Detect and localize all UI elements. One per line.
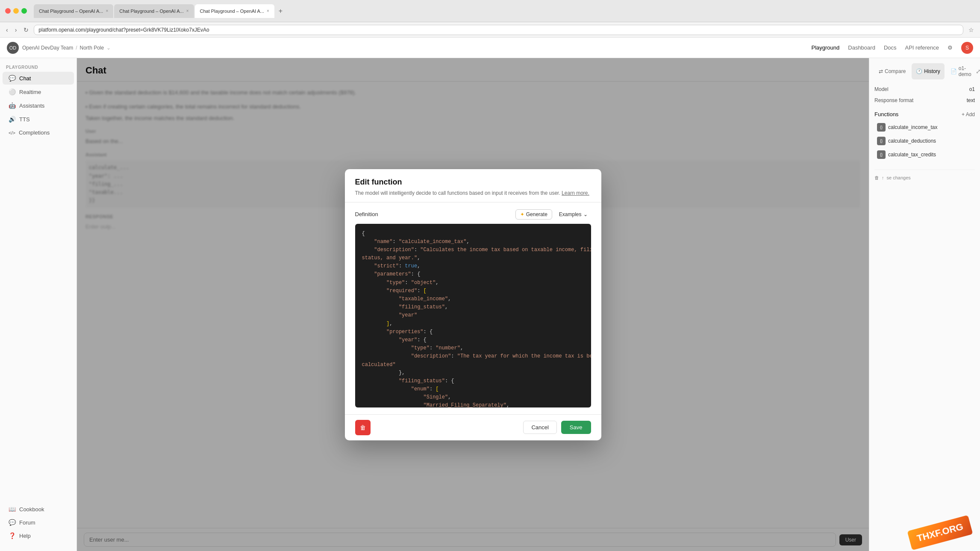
- function-item-3[interactable]: {} calculate_tax_credits: [874, 148, 975, 161]
- compare-icon: ⇄: [879, 68, 883, 74]
- breadcrumb-sep: /: [76, 45, 77, 51]
- realtime-icon: ⚪: [9, 88, 16, 95]
- sidebar-bottom: 📖 Cookbook 💬 Forum ❓ Help: [0, 499, 77, 546]
- definition-actions: ✦ Generate Examples ⌄: [515, 209, 591, 220]
- project-chevron[interactable]: ⌄: [106, 45, 111, 51]
- browser-tab-3[interactable]: Chat Playground – OpenAI A... ×: [195, 4, 274, 18]
- save-button[interactable]: Save: [561, 421, 591, 434]
- tab-o1-demo[interactable]: 📄 o1-demo: [946, 63, 976, 79]
- function-name-3: calculate_tax_credits: [888, 152, 936, 158]
- browser-tabs: Chat Playground – OpenAI A... × Chat Pla…: [34, 4, 286, 18]
- sidebar-item-chat[interactable]: 💬 Chat: [3, 72, 74, 85]
- sidebar-item-cookbook[interactable]: 📖 Cookbook: [3, 503, 74, 516]
- modal-footer-right: Cancel Save: [523, 421, 591, 434]
- reload-btn[interactable]: ↻: [22, 26, 30, 34]
- modal-header: Edit function The model will intelligent…: [345, 169, 601, 202]
- help-icon: ❓: [9, 532, 16, 539]
- function-icon-2: {}: [877, 137, 886, 145]
- learn-more-link[interactable]: Learn more.: [562, 190, 589, 196]
- sidebar-item-assistants[interactable]: 🤖 Assistants: [3, 99, 74, 112]
- definition-label: Definition: [355, 211, 378, 217]
- nav-dashboard[interactable]: Dashboard: [848, 44, 875, 51]
- sidebar: PLAYGROUND 💬 Chat ⚪ Realtime 🤖 Assistant…: [0, 58, 77, 551]
- forum-icon: 💬: [9, 519, 16, 526]
- tab-label-3: Chat Playground – OpenAI A...: [200, 9, 264, 14]
- examples-chevron-icon: ⌄: [583, 211, 588, 217]
- function-name-2: calculate_deductions: [888, 138, 936, 144]
- generate-button[interactable]: ✦ Generate: [515, 209, 552, 220]
- browser-tab-1[interactable]: Chat Playground – OpenAI A... ×: [34, 4, 113, 18]
- nav-docs[interactable]: Docs: [884, 44, 897, 51]
- sidebar-item-completions-label: Completions: [19, 129, 50, 136]
- bookmark-btn[interactable]: ☆: [967, 26, 976, 34]
- header-nav: Playground Dashboard Docs API reference …: [811, 42, 973, 54]
- close-traffic-light[interactable]: [5, 8, 11, 14]
- fullscreen-traffic-light[interactable]: [21, 8, 27, 14]
- nav-playground[interactable]: Playground: [811, 44, 839, 51]
- traffic-lights: [5, 8, 27, 14]
- code-editor[interactable]: { "name": "calculate_income_tax", "descr…: [355, 224, 591, 407]
- functions-label: Functions: [874, 111, 898, 117]
- modal-body: Definition ✦ Generate Examples ⌄: [345, 202, 601, 414]
- function-item-2[interactable]: {} calculate_deductions: [874, 135, 975, 147]
- sidebar-item-forum-label: Forum: [19, 519, 35, 526]
- trash-panel-icon[interactable]: 🗑: [874, 175, 879, 180]
- nav-api-reference[interactable]: API reference: [905, 44, 939, 51]
- sidebar-item-help-label: Help: [19, 533, 31, 539]
- panel-expand-btn[interactable]: ⤢: [976, 68, 980, 75]
- tab-compare[interactable]: ⇄ Compare: [874, 63, 910, 79]
- modal-description: The model will intelligently decide to c…: [355, 189, 591, 197]
- tab-history[interactable]: 🕐 History: [912, 63, 944, 79]
- response-format-label: Response format: [874, 97, 913, 103]
- settings-icon[interactable]: ⚙: [948, 44, 953, 51]
- modal-title: Edit function: [355, 178, 591, 187]
- model-label: Model: [874, 86, 889, 92]
- sidebar-item-help[interactable]: ❓ Help: [3, 529, 74, 542]
- tab-close-1[interactable]: ×: [106, 9, 108, 13]
- examples-button[interactable]: Examples ⌄: [556, 210, 591, 219]
- team-name: OpenAI DevDay Team: [22, 45, 73, 51]
- add-function-button[interactable]: + Add: [962, 111, 975, 117]
- tts-icon: 🔊: [9, 116, 16, 123]
- examples-label: Examples: [559, 211, 582, 217]
- cancel-button[interactable]: Cancel: [523, 421, 556, 434]
- model-row: Model o1: [874, 84, 975, 95]
- minimize-traffic-light[interactable]: [13, 8, 19, 14]
- project-name: North Pole: [80, 45, 104, 51]
- function-icon-3: {}: [877, 150, 886, 159]
- app-header: OD OpenAI DevDay Team / North Pole ⌄ Pla…: [0, 38, 980, 58]
- sidebar-item-completions[interactable]: </> Completions: [3, 126, 74, 139]
- generate-label: Generate: [526, 211, 547, 217]
- sidebar-item-chat-label: Chat: [19, 75, 31, 82]
- app-logo: OD OpenAI DevDay Team / North Pole ⌄: [7, 42, 111, 54]
- functions-header: Functions + Add: [874, 111, 975, 117]
- tab-close-2[interactable]: ×: [186, 9, 189, 13]
- response-format-row: Response format text: [874, 95, 975, 106]
- new-tab-btn[interactable]: +: [275, 6, 286, 17]
- share-panel-icon[interactable]: ↑: [882, 175, 884, 180]
- star-icon: ✦: [520, 211, 524, 217]
- forward-btn[interactable]: ›: [13, 26, 19, 34]
- tab-o1-demo-label: o1-demo: [959, 65, 971, 77]
- browser-tab-2[interactable]: Chat Playground – OpenAI A... ×: [114, 4, 194, 18]
- user-avatar[interactable]: S: [961, 42, 973, 54]
- back-btn[interactable]: ‹: [4, 26, 10, 34]
- tab-close-3[interactable]: ×: [267, 9, 269, 13]
- definition-header: Definition ✦ Generate Examples ⌄: [355, 209, 591, 220]
- delete-button[interactable]: 🗑: [355, 420, 371, 435]
- response-format-value: text: [967, 97, 975, 103]
- completions-icon: </>: [9, 130, 15, 135]
- address-bar-row: ‹ › ↻ platform.openai.com/playground/cha…: [0, 22, 980, 38]
- sidebar-item-cookbook-label: Cookbook: [19, 506, 44, 513]
- function-name-1: calculate_income_tax: [888, 124, 937, 130]
- right-panel: ⇄ Compare 🕐 History 📄 o1-demo ⤢ ×: [869, 58, 980, 551]
- sidebar-item-realtime[interactable]: ⚪ Realtime: [3, 85, 74, 98]
- sidebar-item-tts-label: TTS: [19, 116, 30, 123]
- footer-text: se changes: [887, 175, 911, 180]
- main-body: PLAYGROUND 💬 Chat ⚪ Realtime 🤖 Assistant…: [0, 58, 980, 551]
- tab-history-label: History: [924, 68, 940, 74]
- address-bar[interactable]: platform.openai.com/playground/chat?pres…: [34, 25, 963, 35]
- sidebar-item-forum[interactable]: 💬 Forum: [3, 516, 74, 529]
- function-item-1[interactable]: {} calculate_income_tax: [874, 121, 975, 134]
- sidebar-item-tts[interactable]: 🔊 TTS: [3, 113, 74, 126]
